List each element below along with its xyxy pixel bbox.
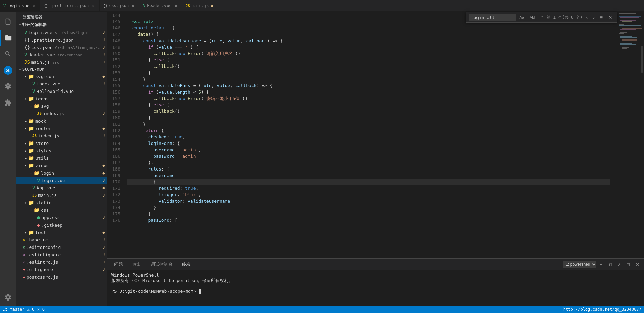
tab-terminal-label: 终端 <box>182 262 191 267</box>
code-line-169: username: [ <box>127 172 610 179</box>
tab-terminal[interactable]: 终端 <box>178 260 195 269</box>
files-activity-icon[interactable] <box>0 14 16 30</box>
open-file-label: css.json C:\Users\Strongboy\A... <box>31 45 101 50</box>
terminal-split-btn[interactable]: ⊡ <box>624 261 632 268</box>
tab-prettierrc[interactable]: {} .prettierrc.json ✕ <box>40 0 100 12</box>
terminal-add-btn[interactable]: + <box>598 261 604 268</box>
tree-app-vue[interactable]: V App.vue ● <box>16 184 107 191</box>
tree-static[interactable]: ▾ 📁 static <box>16 199 107 206</box>
tree-editorconfig[interactable]: ⚙ .editorconfig U <box>16 243 107 251</box>
tree-css-folder[interactable]: ▾ 📁 css <box>16 206 107 214</box>
scope-mdm-section[interactable]: ▾ SCOPE-MDM <box>16 66 107 73</box>
svg-rect-30 <box>641 46 643 73</box>
tree-router[interactable]: ▾ 📁 router ● <box>16 125 107 132</box>
terminal-body[interactable]: Windows PowerShell 版权所有 (C) Microsoft Co… <box>107 270 644 306</box>
tab-close-header-vue[interactable]: ✕ <box>173 3 179 8</box>
folder-icons-icon: 📁 <box>28 96 34 101</box>
code-line-152: callback() <box>127 63 610 70</box>
find-expand-btn[interactable]: ≡ <box>598 14 604 21</box>
terminal-close-btn[interactable]: ✕ <box>634 261 641 268</box>
find-close-btn[interactable]: ✕ <box>607 14 614 21</box>
code-content[interactable]: <script> export default { data() { const… <box>124 12 617 258</box>
find-word-btn[interactable]: Ab| <box>528 15 537 20</box>
open-file-css-json[interactable]: {} css.json C:\Users\Strongboy\A... U <box>16 44 107 51</box>
explorer-activity-icon[interactable] <box>0 30 16 46</box>
tree-helloworld-vue[interactable]: V HelloWorld.vue <box>16 87 107 95</box>
tree-babelrc[interactable]: ⚙ .babelrc U <box>16 236 107 243</box>
tree-main-js[interactable]: JS main.js U <box>16 191 107 199</box>
tab-label: css.json <box>109 3 129 8</box>
tree-svgicon[interactable]: ▾ 📁 svgicon ● <box>16 73 107 80</box>
tab-close-main-js[interactable]: ✕ <box>215 3 221 8</box>
tree-app-css[interactable]: ● app.css U <box>16 214 107 221</box>
find-case-btn[interactable]: Aa <box>518 15 526 20</box>
tab-main-js[interactable]: JS main.js ● ✕ <box>182 0 224 12</box>
terminal-trash-btn[interactable]: 🗑 <box>606 261 614 268</box>
tree-index-vue[interactable]: V index.vue U <box>16 80 107 87</box>
svg-rect-28 <box>622 48 627 49</box>
tree-views[interactable]: ▾ 📁 views ● <box>16 162 107 169</box>
tab-problems[interactable]: 问题 <box>110 260 127 269</box>
debug-activity-icon[interactable] <box>0 78 16 95</box>
u-badge-3: U <box>102 134 105 138</box>
status-warnings[interactable]: ✕ 0 <box>37 307 45 312</box>
tree-label-router: router <box>35 126 101 131</box>
find-prev-btn[interactable]: ‹ <box>584 14 589 21</box>
tree-store[interactable]: ▶ 📁 store <box>16 139 107 147</box>
open-file-header-vue[interactable]: V Header.vue src/compone... U <box>16 51 107 58</box>
tree-icons[interactable]: ▾ 📁 icons <box>16 95 107 102</box>
eslint-icon: ◇ <box>23 253 25 257</box>
tree-label-css: css <box>41 208 105 213</box>
tree-postcssrc[interactable]: ◆ postcssrc.js <box>16 273 107 281</box>
tree-mock[interactable]: ▶ 📁 mock <box>16 117 107 125</box>
tree-utils[interactable]: ▶ 📁 utils <box>16 154 107 162</box>
tree-label-main-js: main.js <box>38 193 101 198</box>
user-avatar: 5k <box>4 66 12 75</box>
status-errors[interactable]: ⚠ 0 <box>27 307 35 312</box>
status-branch[interactable]: ⎇ master <box>3 307 25 312</box>
svg-rect-6 <box>622 19 642 19</box>
terminal-chevron-up-btn[interactable]: ∧ <box>616 261 623 268</box>
json-file-icon-2: {} <box>24 45 30 50</box>
tree-login-vue[interactable]: V Login.vue U <box>16 177 107 184</box>
code-line-167: }, <box>127 159 610 166</box>
tree-svg[interactable]: ▾ 📁 svg <box>16 102 107 110</box>
find-regex-btn[interactable]: .* <box>539 15 544 20</box>
open-file-login-vue[interactable]: V Login.vue src/views/login U <box>16 29 107 36</box>
folder-router-icon: 📁 <box>28 126 34 131</box>
tab-css-json[interactable]: {} css.json ✕ <box>100 0 139 12</box>
tab-close-prettierrc[interactable]: ✕ <box>91 3 96 8</box>
open-editors-section[interactable]: ▾ 打开的编辑器 <box>16 21 107 29</box>
settings-activity-icon[interactable] <box>0 289 16 306</box>
u-badge: U <box>102 82 105 86</box>
open-file-prettierrc[interactable]: {} .prettierrc.json U <box>16 36 107 44</box>
tab-output[interactable]: 输出 <box>128 260 145 269</box>
code-line-159: callback() <box>127 108 610 114</box>
tree-label-index-vue: index.vue <box>36 81 101 86</box>
tree-index-js-router[interactable]: JS index.js U <box>16 132 107 139</box>
tree-index-js-icons[interactable]: JS index.js U <box>16 110 107 117</box>
tree-test[interactable]: ▶ 📁 test ● <box>16 229 107 236</box>
tab-close-css-json[interactable]: ✕ <box>130 3 136 8</box>
tree-eslintignore[interactable]: ◇ .eslintignore U <box>16 251 107 258</box>
babel-icon: ⚙ <box>23 238 25 242</box>
tab-close-login-vue[interactable]: ✕ <box>31 3 36 9</box>
u-badge-4: U <box>102 178 105 183</box>
git-activity-icon[interactable]: 5k <box>0 62 16 78</box>
open-file-main-js[interactable]: JS main.js src U <box>16 58 107 66</box>
extensions-activity-icon[interactable] <box>0 95 16 111</box>
folder-login-icon: 📁 <box>34 170 40 176</box>
tab-debug-console[interactable]: 调试控制台 <box>147 260 177 269</box>
tree-styles[interactable]: ▶ 📁 styles <box>16 147 107 154</box>
tab-login-vue[interactable]: V Login.vue ✕ <box>0 0 40 12</box>
find-input[interactable] <box>469 14 516 21</box>
tree-eslintrc-js[interactable]: ◇ .eslintrc.js U <box>16 258 107 266</box>
tree-gitignore[interactable]: ◆ .gitignore U <box>16 266 107 273</box>
tab-header-vue[interactable]: V Header.vue ✕ <box>139 0 182 12</box>
tree-gitkeep[interactable]: ◆ .gitkeep <box>16 221 107 229</box>
tree-login-folder[interactable]: ▾ 📁 login ● <box>16 169 107 177</box>
search-activity-icon[interactable] <box>0 46 16 62</box>
find-next-btn[interactable]: › <box>591 14 596 21</box>
terminal-dropdown[interactable]: 1: powershell <box>563 261 596 268</box>
tree-label-postcssrc: postcssrc.js <box>27 275 105 280</box>
